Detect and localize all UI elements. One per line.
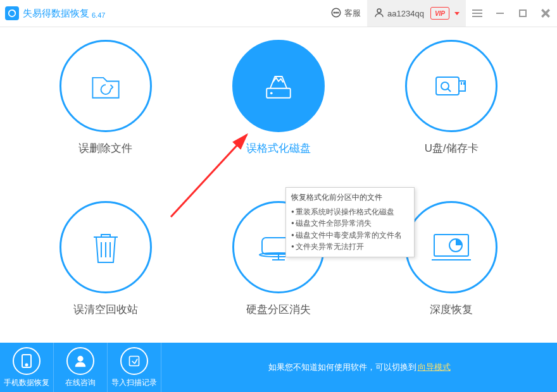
titlebar: 失易得数据恢复 6.47 客服 aa1234qq VIP (0, 0, 557, 27)
chat-icon (330, 7, 342, 20)
svg-line-20 (447, 89, 451, 92)
svg-point-3 (335, 12, 337, 13)
card-formatted-disk[interactable]: 误格式化磁盘 (192, 40, 365, 182)
user-icon (373, 7, 385, 20)
svg-point-4 (337, 12, 339, 13)
svg-point-33 (77, 355, 83, 361)
svg-point-5 (377, 9, 381, 13)
footer-bar: 手机数据恢复 在线咨询 导入扫描记录 如果您不知道如何使用软件，可以切换到 向导… (0, 343, 557, 392)
footer-label: 导入扫描记录 (111, 377, 157, 388)
app-logo (5, 6, 19, 20)
tooltip-item: 磁盘文件中毒变成异常的文件名 (291, 230, 409, 242)
card-label: U盘/储存卡 (425, 141, 479, 156)
footer-online-support[interactable]: 在线咨询 (54, 343, 108, 392)
chevron-down-icon (454, 12, 460, 15)
footer-hint: 如果您不知道如何使用软件，可以切换到 向导模式 (161, 362, 557, 373)
menu-button[interactable] (466, 0, 489, 27)
tooltip-item: 磁盘文件全部异常消失 (291, 217, 409, 230)
username-label: aa1234qq (387, 9, 424, 18)
card-deleted-files[interactable]: 误删除文件 (19, 40, 192, 182)
card-label: 误删除文件 (78, 141, 132, 156)
tooltip-item: 重装系统时误操作格式化磁盘 (291, 206, 409, 218)
card-label: 误格式化磁盘 (246, 141, 311, 156)
card-recycle-bin[interactable]: 误清空回收站 (19, 201, 192, 343)
card-usb-card[interactable]: U盘/储存卡 (365, 40, 538, 182)
svg-rect-15 (436, 77, 459, 95)
tooltip-formatted-disk: 恢复格式化前分区中的文件 重装系统时误操作格式化磁盘 磁盘文件全部异常消失 磁盘… (285, 187, 415, 257)
footer-label: 在线咨询 (65, 377, 96, 388)
support-button[interactable]: 客服 (324, 0, 367, 27)
phone-icon (13, 347, 41, 375)
card-label: 深度恢复 (430, 302, 473, 317)
svg-rect-10 (520, 10, 526, 16)
recovery-grid: 误删除文件 误格式化磁盘 U盘/储存卡 误清空回收站 硬盘分区消失 深度恢复 (19, 40, 538, 343)
wizard-mode-link[interactable]: 向导模式 (418, 362, 451, 373)
app-title: 失易得数据恢复 (23, 8, 89, 20)
app-version: 6.47 (92, 11, 105, 19)
main-area: 误删除文件 误格式化磁盘 U盘/储存卡 误清空回收站 硬盘分区消失 深度恢复 恢 (0, 40, 557, 356)
minimize-button[interactable] (489, 0, 511, 27)
support-label: 客服 (344, 8, 361, 19)
import-icon (120, 347, 148, 375)
user-icon (66, 347, 94, 375)
maximize-button[interactable] (511, 0, 534, 27)
card-label: 误清空回收站 (73, 302, 138, 317)
window-controls (466, 0, 557, 27)
footer-phone-recovery[interactable]: 手机数据恢复 (0, 343, 54, 392)
close-button[interactable] (534, 0, 557, 27)
footer-import-scan[interactable]: 导入扫描记录 (108, 343, 161, 392)
vip-badge: VIP (430, 7, 449, 20)
card-label: 硬盘分区消失 (246, 302, 311, 317)
tooltip-item: 文件夹异常无法打开 (291, 241, 409, 253)
user-account[interactable]: aa1234qq VIP (367, 0, 466, 27)
svg-rect-27 (434, 235, 468, 256)
svg-point-2 (334, 12, 335, 13)
tooltip-title: 恢复格式化前分区中的文件 (291, 192, 409, 204)
footer-label: 手机数据恢复 (4, 377, 49, 388)
svg-point-32 (26, 364, 28, 365)
footer-hint-text: 如果您不知道如何使用软件，可以切换到 (268, 362, 416, 373)
svg-rect-34 (130, 356, 139, 365)
svg-point-14 (270, 92, 273, 94)
